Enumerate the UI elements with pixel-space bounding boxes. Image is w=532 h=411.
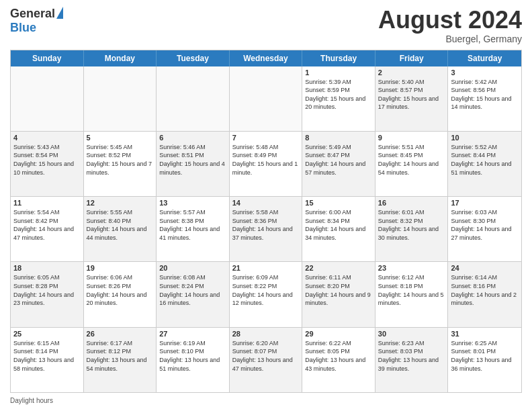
cell-content: Sunrise: 6:03 AM Sunset: 8:30 PM Dayligh… bbox=[451, 208, 519, 242]
cell-content: Sunrise: 6:17 AM Sunset: 8:12 PM Dayligh… bbox=[87, 339, 154, 373]
calendar-cell: 17Sunrise: 6:03 AM Sunset: 8:30 PM Dayli… bbox=[448, 197, 521, 261]
cell-content: Sunrise: 5:46 AM Sunset: 8:51 PM Dayligh… bbox=[159, 143, 226, 177]
calendar-cell: 27Sunrise: 6:19 AM Sunset: 8:10 PM Dayli… bbox=[157, 328, 230, 392]
cell-content: Sunrise: 5:49 AM Sunset: 8:47 PM Dayligh… bbox=[305, 143, 372, 177]
calendar-cell: 11Sunrise: 5:54 AM Sunset: 8:42 PM Dayli… bbox=[11, 197, 84, 261]
calendar-cell bbox=[11, 66, 84, 131]
logo-general: General bbox=[10, 7, 55, 21]
calendar-cell: 22Sunrise: 6:11 AM Sunset: 8:20 PM Dayli… bbox=[302, 262, 375, 326]
day-number: 10 bbox=[451, 134, 519, 142]
cell-content: Sunrise: 6:25 AM Sunset: 8:01 PM Dayligh… bbox=[451, 339, 519, 373]
calendar-cell: 23Sunrise: 6:12 AM Sunset: 8:18 PM Dayli… bbox=[375, 262, 449, 326]
day-number: 21 bbox=[232, 264, 300, 272]
logo-triangle-icon bbox=[56, 7, 63, 19]
calendar-cell: 29Sunrise: 6:22 AM Sunset: 8:05 PM Dayli… bbox=[302, 328, 375, 392]
calendar-cell: 21Sunrise: 6:09 AM Sunset: 8:22 PM Dayli… bbox=[230, 262, 303, 326]
calendar-row: 25Sunrise: 6:15 AM Sunset: 8:14 PM Dayli… bbox=[11, 327, 521, 392]
cell-content: Sunrise: 6:09 AM Sunset: 8:22 PM Dayligh… bbox=[232, 273, 300, 307]
day-number: 31 bbox=[451, 330, 519, 338]
calendar-header-cell: Tuesday bbox=[157, 50, 230, 66]
calendar-cell bbox=[230, 66, 303, 131]
calendar-cell: 12Sunrise: 5:55 AM Sunset: 8:40 PM Dayli… bbox=[84, 197, 157, 261]
day-number: 27 bbox=[159, 330, 226, 338]
cell-content: Sunrise: 6:01 AM Sunset: 8:32 PM Dayligh… bbox=[378, 208, 445, 242]
calendar-cell: 24Sunrise: 6:14 AM Sunset: 8:16 PM Dayli… bbox=[448, 262, 521, 326]
calendar-header-cell: Friday bbox=[375, 50, 449, 66]
day-number: 6 bbox=[159, 134, 226, 142]
calendar-cell bbox=[84, 66, 157, 131]
cell-content: Sunrise: 6:05 AM Sunset: 8:28 PM Dayligh… bbox=[13, 273, 81, 307]
calendar-cell: 28Sunrise: 6:20 AM Sunset: 8:07 PM Dayli… bbox=[230, 328, 303, 392]
cell-content: Sunrise: 6:15 AM Sunset: 8:14 PM Dayligh… bbox=[13, 339, 81, 373]
calendar-cell: 9Sunrise: 5:51 AM Sunset: 8:45 PM Daylig… bbox=[375, 132, 449, 196]
day-number: 17 bbox=[451, 199, 519, 207]
cell-content: Sunrise: 6:14 AM Sunset: 8:16 PM Dayligh… bbox=[451, 273, 519, 307]
calendar-header-cell: Saturday bbox=[448, 50, 521, 66]
day-number: 4 bbox=[13, 134, 81, 142]
logo: General Blue bbox=[10, 7, 63, 35]
calendar-cell: 6Sunrise: 5:46 AM Sunset: 8:51 PM Daylig… bbox=[157, 132, 230, 196]
cell-content: Sunrise: 6:00 AM Sunset: 8:34 PM Dayligh… bbox=[305, 208, 372, 242]
day-number: 1 bbox=[305, 68, 372, 77]
day-number: 24 bbox=[451, 264, 519, 272]
calendar-row: 11Sunrise: 5:54 AM Sunset: 8:42 PM Dayli… bbox=[11, 196, 521, 261]
cell-content: Sunrise: 6:06 AM Sunset: 8:26 PM Dayligh… bbox=[87, 273, 154, 307]
calendar-header-cell: Sunday bbox=[11, 50, 84, 66]
day-number: 25 bbox=[13, 330, 81, 338]
page: General Blue August 2024 Buergel, German… bbox=[0, 0, 532, 411]
calendar-cell: 16Sunrise: 6:01 AM Sunset: 8:32 PM Dayli… bbox=[375, 197, 449, 261]
cell-content: Sunrise: 6:20 AM Sunset: 8:07 PM Dayligh… bbox=[232, 339, 300, 373]
calendar-cell: 2Sunrise: 5:40 AM Sunset: 8:57 PM Daylig… bbox=[375, 66, 449, 131]
cell-content: Sunrise: 5:40 AM Sunset: 8:57 PM Dayligh… bbox=[378, 78, 445, 111]
day-number: 16 bbox=[378, 199, 445, 207]
cell-content: Sunrise: 5:55 AM Sunset: 8:40 PM Dayligh… bbox=[87, 208, 154, 242]
cell-content: Sunrise: 6:19 AM Sunset: 8:10 PM Dayligh… bbox=[159, 339, 226, 373]
day-number: 26 bbox=[87, 330, 154, 338]
day-number: 8 bbox=[305, 134, 372, 142]
cell-content: Sunrise: 5:57 AM Sunset: 8:38 PM Dayligh… bbox=[159, 208, 226, 242]
calendar-body: 1Sunrise: 5:39 AM Sunset: 8:59 PM Daylig… bbox=[11, 66, 521, 392]
cell-content: Sunrise: 5:42 AM Sunset: 8:56 PM Dayligh… bbox=[451, 78, 519, 111]
calendar-cell: 5Sunrise: 5:45 AM Sunset: 8:52 PM Daylig… bbox=[84, 132, 157, 196]
calendar-cell: 7Sunrise: 5:48 AM Sunset: 8:49 PM Daylig… bbox=[230, 132, 303, 196]
day-number: 2 bbox=[378, 68, 445, 77]
calendar-header-cell: Wednesday bbox=[230, 50, 303, 66]
calendar-cell: 1Sunrise: 5:39 AM Sunset: 8:59 PM Daylig… bbox=[302, 66, 375, 131]
calendar-row: 4Sunrise: 5:43 AM Sunset: 8:54 PM Daylig… bbox=[11, 131, 521, 196]
logo-blue: Blue bbox=[10, 21, 36, 35]
day-number: 18 bbox=[13, 264, 81, 272]
cell-content: Sunrise: 5:43 AM Sunset: 8:54 PM Dayligh… bbox=[13, 143, 81, 177]
day-number: 23 bbox=[378, 264, 445, 272]
cell-content: Sunrise: 5:45 AM Sunset: 8:52 PM Dayligh… bbox=[87, 143, 154, 177]
footer-text: Daylight hours bbox=[10, 397, 53, 404]
day-number: 19 bbox=[87, 264, 154, 272]
title-area: August 2024 Buergel, Germany bbox=[378, 7, 522, 44]
day-number: 22 bbox=[305, 264, 372, 272]
cell-content: Sunrise: 6:11 AM Sunset: 8:20 PM Dayligh… bbox=[305, 273, 372, 307]
day-number: 12 bbox=[87, 199, 154, 207]
calendar-cell: 10Sunrise: 5:52 AM Sunset: 8:44 PM Dayli… bbox=[448, 132, 521, 196]
day-number: 30 bbox=[378, 330, 445, 338]
day-number: 9 bbox=[378, 134, 445, 142]
calendar-cell: 15Sunrise: 6:00 AM Sunset: 8:34 PM Dayli… bbox=[302, 197, 375, 261]
calendar: SundayMondayTuesdayWednesdayThursdayFrid… bbox=[10, 50, 522, 393]
cell-content: Sunrise: 6:23 AM Sunset: 8:03 PM Dayligh… bbox=[378, 339, 445, 373]
month-title: August 2024 bbox=[378, 7, 522, 34]
logo-text: General bbox=[10, 7, 63, 21]
cell-content: Sunrise: 5:52 AM Sunset: 8:44 PM Dayligh… bbox=[451, 143, 519, 177]
calendar-cell: 26Sunrise: 6:17 AM Sunset: 8:12 PM Dayli… bbox=[84, 328, 157, 392]
day-number: 11 bbox=[13, 199, 81, 207]
calendar-cell: 4Sunrise: 5:43 AM Sunset: 8:54 PM Daylig… bbox=[11, 132, 84, 196]
calendar-cell: 8Sunrise: 5:49 AM Sunset: 8:47 PM Daylig… bbox=[302, 132, 375, 196]
calendar-row: 1Sunrise: 5:39 AM Sunset: 8:59 PM Daylig… bbox=[11, 66, 521, 131]
calendar-cell: 25Sunrise: 6:15 AM Sunset: 8:14 PM Dayli… bbox=[11, 328, 84, 392]
day-number: 29 bbox=[305, 330, 372, 338]
cell-content: Sunrise: 6:08 AM Sunset: 8:24 PM Dayligh… bbox=[159, 273, 226, 307]
calendar-cell: 13Sunrise: 5:57 AM Sunset: 8:38 PM Dayli… bbox=[157, 197, 230, 261]
cell-content: Sunrise: 5:48 AM Sunset: 8:49 PM Dayligh… bbox=[232, 143, 300, 177]
calendar-cell: 30Sunrise: 6:23 AM Sunset: 8:03 PM Dayli… bbox=[375, 328, 449, 392]
day-number: 3 bbox=[451, 68, 519, 77]
calendar-cell: 14Sunrise: 5:58 AM Sunset: 8:36 PM Dayli… bbox=[230, 197, 303, 261]
calendar-row: 18Sunrise: 6:05 AM Sunset: 8:28 PM Dayli… bbox=[11, 261, 521, 326]
calendar-cell bbox=[157, 66, 230, 131]
